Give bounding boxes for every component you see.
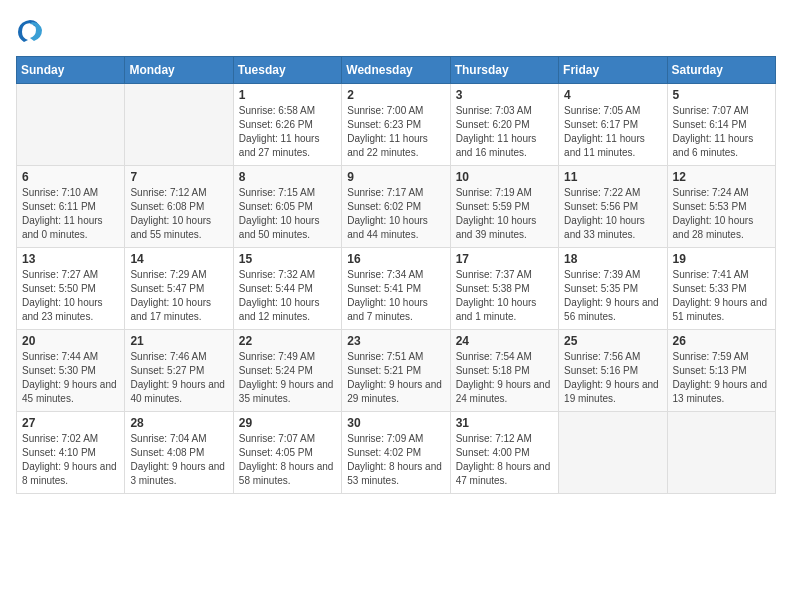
day-info: Sunrise: 7:12 AM Sunset: 4:00 PM Dayligh…	[456, 432, 553, 488]
day-info: Sunrise: 7:51 AM Sunset: 5:21 PM Dayligh…	[347, 350, 444, 406]
day-info: Sunrise: 7:34 AM Sunset: 5:41 PM Dayligh…	[347, 268, 444, 324]
day-number: 17	[456, 252, 553, 266]
day-info: Sunrise: 7:04 AM Sunset: 4:08 PM Dayligh…	[130, 432, 227, 488]
day-info: Sunrise: 7:02 AM Sunset: 4:10 PM Dayligh…	[22, 432, 119, 488]
calendar-cell: 4Sunrise: 7:05 AM Sunset: 6:17 PM Daylig…	[559, 84, 667, 166]
day-info: Sunrise: 7:10 AM Sunset: 6:11 PM Dayligh…	[22, 186, 119, 242]
day-info: Sunrise: 7:09 AM Sunset: 4:02 PM Dayligh…	[347, 432, 444, 488]
day-info: Sunrise: 7:49 AM Sunset: 5:24 PM Dayligh…	[239, 350, 336, 406]
weekday-tuesday: Tuesday	[233, 57, 341, 84]
calendar-cell: 23Sunrise: 7:51 AM Sunset: 5:21 PM Dayli…	[342, 330, 450, 412]
calendar-cell: 3Sunrise: 7:03 AM Sunset: 6:20 PM Daylig…	[450, 84, 558, 166]
day-info: Sunrise: 7:03 AM Sunset: 6:20 PM Dayligh…	[456, 104, 553, 160]
week-row-5: 27Sunrise: 7:02 AM Sunset: 4:10 PM Dayli…	[17, 412, 776, 494]
day-number: 1	[239, 88, 336, 102]
day-info: Sunrise: 7:27 AM Sunset: 5:50 PM Dayligh…	[22, 268, 119, 324]
calendar-cell: 27Sunrise: 7:02 AM Sunset: 4:10 PM Dayli…	[17, 412, 125, 494]
day-number: 9	[347, 170, 444, 184]
day-info: Sunrise: 7:07 AM Sunset: 6:14 PM Dayligh…	[673, 104, 770, 160]
day-number: 31	[456, 416, 553, 430]
logo-icon	[16, 16, 44, 44]
day-info: Sunrise: 7:05 AM Sunset: 6:17 PM Dayligh…	[564, 104, 661, 160]
day-info: Sunrise: 7:59 AM Sunset: 5:13 PM Dayligh…	[673, 350, 770, 406]
day-number: 26	[673, 334, 770, 348]
day-number: 30	[347, 416, 444, 430]
day-info: Sunrise: 7:24 AM Sunset: 5:53 PM Dayligh…	[673, 186, 770, 242]
calendar-cell: 30Sunrise: 7:09 AM Sunset: 4:02 PM Dayli…	[342, 412, 450, 494]
calendar-cell: 7Sunrise: 7:12 AM Sunset: 6:08 PM Daylig…	[125, 166, 233, 248]
day-number: 20	[22, 334, 119, 348]
day-number: 11	[564, 170, 661, 184]
calendar-cell: 20Sunrise: 7:44 AM Sunset: 5:30 PM Dayli…	[17, 330, 125, 412]
day-number: 27	[22, 416, 119, 430]
day-number: 22	[239, 334, 336, 348]
day-number: 28	[130, 416, 227, 430]
calendar-cell: 9Sunrise: 7:17 AM Sunset: 6:02 PM Daylig…	[342, 166, 450, 248]
day-number: 25	[564, 334, 661, 348]
weekday-thursday: Thursday	[450, 57, 558, 84]
calendar-cell: 26Sunrise: 7:59 AM Sunset: 5:13 PM Dayli…	[667, 330, 775, 412]
day-number: 21	[130, 334, 227, 348]
calendar-cell: 28Sunrise: 7:04 AM Sunset: 4:08 PM Dayli…	[125, 412, 233, 494]
calendar-table: SundayMondayTuesdayWednesdayThursdayFrid…	[16, 56, 776, 494]
logo	[16, 16, 46, 44]
day-info: Sunrise: 7:12 AM Sunset: 6:08 PM Dayligh…	[130, 186, 227, 242]
week-row-4: 20Sunrise: 7:44 AM Sunset: 5:30 PM Dayli…	[17, 330, 776, 412]
day-info: Sunrise: 7:17 AM Sunset: 6:02 PM Dayligh…	[347, 186, 444, 242]
day-number: 5	[673, 88, 770, 102]
day-number: 7	[130, 170, 227, 184]
weekday-saturday: Saturday	[667, 57, 775, 84]
day-number: 2	[347, 88, 444, 102]
day-number: 3	[456, 88, 553, 102]
calendar-cell: 31Sunrise: 7:12 AM Sunset: 4:00 PM Dayli…	[450, 412, 558, 494]
day-number: 10	[456, 170, 553, 184]
week-row-1: 1Sunrise: 6:58 AM Sunset: 6:26 PM Daylig…	[17, 84, 776, 166]
day-number: 29	[239, 416, 336, 430]
day-number: 15	[239, 252, 336, 266]
day-number: 16	[347, 252, 444, 266]
day-info: Sunrise: 7:56 AM Sunset: 5:16 PM Dayligh…	[564, 350, 661, 406]
calendar-cell: 2Sunrise: 7:00 AM Sunset: 6:23 PM Daylig…	[342, 84, 450, 166]
day-info: Sunrise: 7:15 AM Sunset: 6:05 PM Dayligh…	[239, 186, 336, 242]
weekday-wednesday: Wednesday	[342, 57, 450, 84]
day-number: 13	[22, 252, 119, 266]
calendar-cell: 8Sunrise: 7:15 AM Sunset: 6:05 PM Daylig…	[233, 166, 341, 248]
day-number: 8	[239, 170, 336, 184]
day-number: 19	[673, 252, 770, 266]
calendar-cell: 11Sunrise: 7:22 AM Sunset: 5:56 PM Dayli…	[559, 166, 667, 248]
day-info: Sunrise: 7:07 AM Sunset: 4:05 PM Dayligh…	[239, 432, 336, 488]
calendar-cell: 14Sunrise: 7:29 AM Sunset: 5:47 PM Dayli…	[125, 248, 233, 330]
calendar-cell	[125, 84, 233, 166]
day-info: Sunrise: 7:29 AM Sunset: 5:47 PM Dayligh…	[130, 268, 227, 324]
day-info: Sunrise: 7:54 AM Sunset: 5:18 PM Dayligh…	[456, 350, 553, 406]
weekday-header-row: SundayMondayTuesdayWednesdayThursdayFrid…	[17, 57, 776, 84]
calendar-cell	[667, 412, 775, 494]
day-number: 24	[456, 334, 553, 348]
day-info: Sunrise: 7:19 AM Sunset: 5:59 PM Dayligh…	[456, 186, 553, 242]
day-number: 6	[22, 170, 119, 184]
calendar-cell: 29Sunrise: 7:07 AM Sunset: 4:05 PM Dayli…	[233, 412, 341, 494]
calendar-cell: 24Sunrise: 7:54 AM Sunset: 5:18 PM Dayli…	[450, 330, 558, 412]
day-number: 23	[347, 334, 444, 348]
calendar-cell: 22Sunrise: 7:49 AM Sunset: 5:24 PM Dayli…	[233, 330, 341, 412]
day-number: 12	[673, 170, 770, 184]
weekday-sunday: Sunday	[17, 57, 125, 84]
calendar-cell	[17, 84, 125, 166]
calendar-cell: 21Sunrise: 7:46 AM Sunset: 5:27 PM Dayli…	[125, 330, 233, 412]
day-info: Sunrise: 7:37 AM Sunset: 5:38 PM Dayligh…	[456, 268, 553, 324]
calendar-cell: 18Sunrise: 7:39 AM Sunset: 5:35 PM Dayli…	[559, 248, 667, 330]
calendar-cell: 13Sunrise: 7:27 AM Sunset: 5:50 PM Dayli…	[17, 248, 125, 330]
day-number: 4	[564, 88, 661, 102]
week-row-2: 6Sunrise: 7:10 AM Sunset: 6:11 PM Daylig…	[17, 166, 776, 248]
calendar-cell: 15Sunrise: 7:32 AM Sunset: 5:44 PM Dayli…	[233, 248, 341, 330]
calendar-cell: 1Sunrise: 6:58 AM Sunset: 6:26 PM Daylig…	[233, 84, 341, 166]
day-number: 18	[564, 252, 661, 266]
calendar-cell: 6Sunrise: 7:10 AM Sunset: 6:11 PM Daylig…	[17, 166, 125, 248]
weekday-monday: Monday	[125, 57, 233, 84]
page-header	[16, 16, 776, 44]
day-info: Sunrise: 7:22 AM Sunset: 5:56 PM Dayligh…	[564, 186, 661, 242]
day-info: Sunrise: 7:46 AM Sunset: 5:27 PM Dayligh…	[130, 350, 227, 406]
day-info: Sunrise: 7:32 AM Sunset: 5:44 PM Dayligh…	[239, 268, 336, 324]
calendar-cell: 12Sunrise: 7:24 AM Sunset: 5:53 PM Dayli…	[667, 166, 775, 248]
day-info: Sunrise: 7:44 AM Sunset: 5:30 PM Dayligh…	[22, 350, 119, 406]
